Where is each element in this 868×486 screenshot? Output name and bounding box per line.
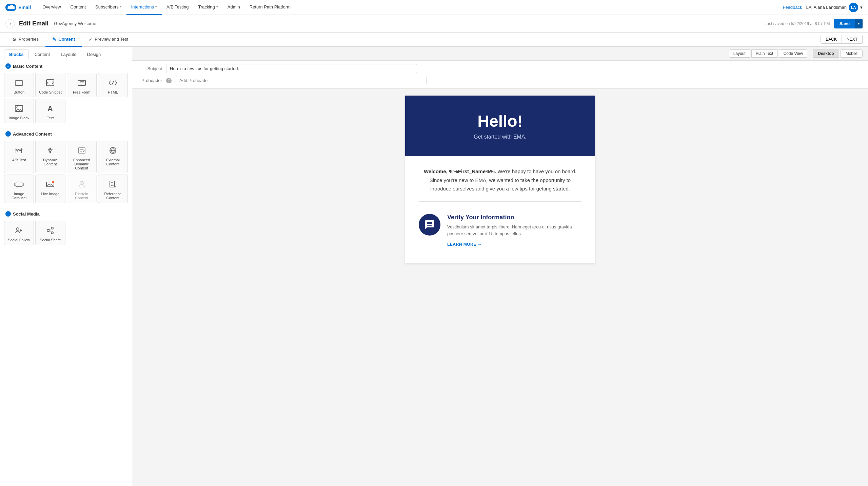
layout-view-button[interactable]: Layout xyxy=(729,49,750,58)
block-external-content[interactable]: External Content xyxy=(98,141,128,173)
salesforce-cloud-icon xyxy=(5,4,16,11)
tab-preview-test[interactable]: ✓ Preview and Test xyxy=(82,33,135,47)
nav-ab-testing[interactable]: A/B Testing xyxy=(162,0,194,15)
main-layout: Blocks Content Layouts Design − Basic Co… xyxy=(0,47,868,486)
save-button[interactable]: Save xyxy=(834,19,855,28)
block-enhanced-dynamic-content[interactable]: Enhanced Dynamic Content xyxy=(67,141,97,173)
code-view-button[interactable]: Code View xyxy=(779,49,807,58)
preheader-label: Preheader xyxy=(138,78,162,83)
advanced-content-section: − Advanced Content A/B Test xyxy=(0,127,132,207)
nav-tracking[interactable]: Tracking ▾ xyxy=(193,0,222,15)
svg-rect-15 xyxy=(15,183,16,186)
basic-content-toggle[interactable]: − xyxy=(5,63,11,69)
last-saved-label: Last saved on 5/22/2019 at 8:07 PM xyxy=(765,21,830,26)
block-code-snippet[interactable]: Code Snippet xyxy=(35,73,65,97)
nav-overview[interactable]: Overview xyxy=(38,0,65,15)
desktop-view-button[interactable]: Desktop xyxy=(813,49,839,58)
left-tab-design[interactable]: Design xyxy=(82,49,106,59)
block-ab-test[interactable]: A/B Test xyxy=(4,141,34,173)
block-social-share[interactable]: Social Share xyxy=(35,221,65,245)
preheader-field-row: Preheader ? xyxy=(138,76,863,85)
chevron-down-icon: ▾ xyxy=(155,5,157,8)
subject-field-row: Subject xyxy=(138,64,863,73)
svg-line-25 xyxy=(49,229,51,230)
nav-interactions[interactable]: Interactions ▾ xyxy=(126,0,162,15)
tab-properties[interactable]: ⚙ Properties xyxy=(5,33,45,47)
back-arrow-button[interactable]: ‹ xyxy=(5,19,15,28)
subject-input[interactable] xyxy=(166,64,417,73)
save-dropdown-button[interactable]: ▾ xyxy=(855,19,863,28)
svg-point-21 xyxy=(16,228,19,230)
subject-label: Subject xyxy=(138,66,162,71)
nav-admin[interactable]: Admin xyxy=(223,0,245,15)
einstein-block-icon xyxy=(76,179,87,190)
html-block-icon xyxy=(107,77,118,88)
svg-point-8 xyxy=(17,107,18,108)
nav-return-path[interactable]: Return Path Platform xyxy=(245,0,295,15)
divider xyxy=(419,201,581,202)
tab-content[interactable]: ✎ Content xyxy=(45,33,82,47)
view-options-bar: Layout Plain Text Code View Desktop Mobi… xyxy=(132,47,868,61)
left-tab-layouts[interactable]: Layouts xyxy=(56,49,81,59)
preheader-help-icon[interactable]: ? xyxy=(166,78,172,83)
verify-title: Verify Your Information xyxy=(447,214,581,221)
nav-content[interactable]: Content xyxy=(66,0,91,15)
preheader-input[interactable] xyxy=(176,76,427,85)
block-live-image[interactable]: Live Image xyxy=(35,175,65,203)
user-menu[interactable]: LA Alana Landsman LA ▾ xyxy=(806,3,863,12)
block-einstein-content: Einstein Content xyxy=(67,175,97,203)
svg-point-11 xyxy=(49,149,51,151)
plain-text-view-button[interactable]: Plain Text xyxy=(751,49,778,58)
block-dynamic-content[interactable]: Dynamic Content xyxy=(35,141,65,173)
next-nav-button[interactable]: NEXT xyxy=(842,35,863,44)
mobile-view-button[interactable]: Mobile xyxy=(841,49,863,58)
block-reference-content[interactable]: Reference Content xyxy=(98,175,128,203)
svg-point-24 xyxy=(47,229,49,231)
block-social-follow[interactable]: Social Follow xyxy=(4,221,34,245)
block-free-form[interactable]: Free Form xyxy=(67,73,97,97)
svg-point-18 xyxy=(52,181,54,183)
block-image[interactable]: Image Block xyxy=(4,99,34,123)
app-logo[interactable]: Email xyxy=(5,4,31,11)
basic-content-header: − Basic Content xyxy=(0,59,132,72)
app-name: Email xyxy=(18,5,31,10)
block-text[interactable]: A Text xyxy=(35,99,65,123)
social-media-grid: Social Follow Social Share xyxy=(0,219,132,249)
properties-icon: ⚙ xyxy=(12,37,17,42)
social-media-toggle[interactable]: − xyxy=(5,211,11,217)
user-avatar: LA xyxy=(849,3,858,12)
left-tab-content[interactable]: Content xyxy=(29,49,55,59)
block-button[interactable]: Button xyxy=(4,73,34,97)
left-tab-blocks[interactable]: Blocks xyxy=(4,49,29,59)
advanced-content-grid: A/B Test Dynamic Content xyxy=(0,139,132,207)
hero-banner: Hello! Get started with EMA. xyxy=(405,96,595,156)
block-html[interactable]: HTML xyxy=(98,73,128,97)
hero-title: Hello! xyxy=(419,112,581,130)
verify-text: Vestibulum sit amet turpis libero. Nam e… xyxy=(447,224,581,238)
advanced-content-header: − Advanced Content xyxy=(0,127,132,139)
back-nav-button[interactable]: BACK xyxy=(821,35,842,44)
chevron-down-icon: ▾ xyxy=(120,5,122,8)
feedback-link[interactable]: Feedback xyxy=(783,5,802,10)
advanced-content-toggle[interactable]: − xyxy=(5,131,11,137)
hero-subtitle: Get started with EMA. xyxy=(419,134,581,140)
code-snippet-block-icon xyxy=(45,77,56,88)
svg-line-26 xyxy=(49,231,51,232)
reference-content-block-icon xyxy=(107,179,118,190)
enhanced-dynamic-block-icon xyxy=(76,145,87,156)
email-canvas: Hello! Get started with EMA. Welcome, %%… xyxy=(405,96,595,263)
page-title: Edit Email xyxy=(19,20,48,27)
nav-subscribers[interactable]: Subscribers ▾ xyxy=(91,0,126,15)
svg-point-22 xyxy=(51,227,53,229)
svg-rect-16 xyxy=(22,183,23,186)
right-panel: Layout Plain Text Code View Desktop Mobi… xyxy=(132,47,868,486)
block-image-carousel[interactable]: Image Carousel xyxy=(4,175,34,203)
button-block-icon xyxy=(14,77,24,88)
live-image-block-icon xyxy=(45,179,56,190)
basic-content-section: − Basic Content Button xyxy=(0,59,132,127)
external-content-block-icon xyxy=(107,145,118,156)
verify-section: Verify Your Information Vestibulum sit a… xyxy=(419,208,581,252)
learn-more-link[interactable]: LEARN MORE → xyxy=(447,242,482,247)
sub-header: ‹ Edit Email GovAgency Welcome Last save… xyxy=(0,15,868,33)
nav-items: Overview Content Subscribers ▾ Interacti… xyxy=(38,0,783,15)
